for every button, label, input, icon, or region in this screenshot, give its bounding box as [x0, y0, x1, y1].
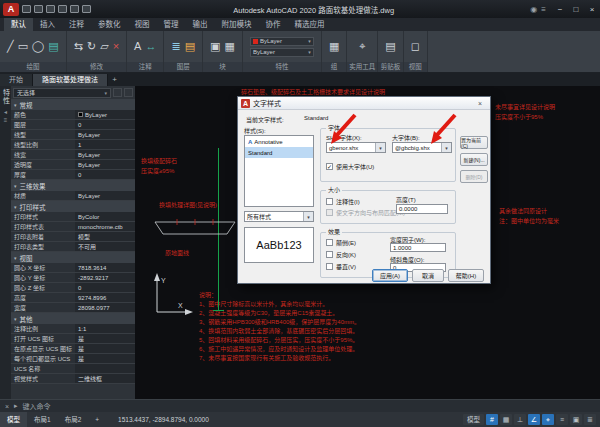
auto-hide-icon[interactable]: ◂ — [4, 108, 7, 115]
command-input-placeholder[interactable]: 键入命令 — [23, 401, 51, 411]
palette-row[interactable]: UCS 名称 — [11, 364, 135, 374]
style-list-item[interactable]: AAnnotative — [245, 136, 313, 147]
use-big-font-checkbox[interactable] — [326, 163, 333, 170]
palette-row[interactable]: 图层0 — [11, 120, 135, 130]
palette-section-header[interactable]: 常规 — [11, 99, 135, 110]
ribbon-panel-label[interactable]: 图层 — [164, 62, 202, 72]
palette-row[interactable]: 打印表附着模型 — [11, 232, 135, 242]
help-button[interactable]: 帮助(H) — [448, 269, 484, 282]
ribbon-tab[interactable]: 输出 — [186, 18, 215, 31]
customize-icon[interactable]: ≣ — [584, 414, 596, 425]
ribbon-panel-label[interactable]: 剪贴板 — [378, 62, 402, 72]
circle-icon[interactable]: ◯ — [32, 41, 44, 52]
lineweight-icon[interactable]: ≡ — [556, 414, 568, 425]
palette-row[interactable]: 颜色ByLayer — [11, 110, 135, 120]
print-icon[interactable] — [58, 5, 67, 13]
new-style-button[interactable]: 新建(N)... — [460, 153, 488, 166]
file-tab[interactable]: 路面软基处理做法 — [33, 74, 108, 86]
palette-section-header[interactable]: 视图 — [11, 252, 135, 263]
osnap-icon[interactable]: ⌖ — [542, 414, 554, 425]
layout-tab[interactable]: + — [88, 412, 106, 427]
new-file-icon[interactable] — [22, 5, 31, 13]
palette-row[interactable]: 每个视口都显示 UCS是 — [11, 354, 135, 364]
layout-tab[interactable]: 模型 — [0, 412, 27, 427]
upside-down-checkbox[interactable] — [326, 239, 333, 246]
create-block-icon[interactable]: ▦ — [224, 41, 234, 52]
big-font-dropdown[interactable]: @gbcbig.shx — [392, 142, 452, 153]
bylayer-dropdown[interactable]: ByLayer — [250, 37, 314, 46]
line-icon[interactable]: ╱ — [7, 41, 14, 52]
ortho-icon[interactable]: ⊥ — [514, 414, 526, 425]
model-space-indicator[interactable]: 模型 — [463, 414, 484, 425]
open-file-icon[interactable] — [34, 5, 43, 13]
autocad-logo[interactable]: A — [3, 3, 19, 16]
style-list[interactable]: AAnnotativeStandard — [244, 135, 314, 207]
group-icon[interactable]: ▦ — [329, 41, 339, 52]
ribbon-tab[interactable]: 管理 — [157, 18, 186, 31]
layer-state-icon[interactable]: ▤ — [185, 41, 195, 52]
view-icon[interactable]: ◻ — [411, 41, 420, 52]
dialog-titlebar[interactable]: A 文字样式 × — [238, 97, 490, 110]
palette-row[interactable]: 视觉样式二维线框 — [11, 374, 135, 384]
close-button[interactable]: × — [584, 0, 600, 18]
shx-font-dropdown[interactable]: gbenor.shx — [326, 142, 386, 153]
undo-icon[interactable] — [70, 5, 79, 13]
ribbon-tab[interactable]: 协作 — [259, 18, 288, 31]
command-line[interactable]: × ▸ 键入命令 — [0, 399, 600, 412]
apply-button[interactable]: 应用(A) — [372, 269, 408, 282]
snap-icon[interactable]: ▦ — [500, 414, 512, 425]
save-icon[interactable] — [46, 5, 55, 13]
erase-icon[interactable]: × — [113, 41, 119, 52]
hatch-icon[interactable]: ▤ — [48, 41, 58, 52]
move-icon[interactable]: ⇆ — [74, 41, 83, 52]
width-factor-input[interactable]: 1.0000 — [390, 243, 446, 252]
ribbon-panel-label[interactable]: 视图 — [404, 62, 427, 72]
stretch-icon[interactable]: ▱ — [100, 41, 108, 52]
palette-section-header[interactable]: 三维效果 — [11, 180, 135, 191]
palette-row[interactable]: 圆心 X 坐标7818.3614 — [11, 263, 135, 273]
ribbon-panel-label[interactable]: 实用工具 — [347, 62, 377, 72]
palette-row[interactable]: 宽度28098.0977 — [11, 303, 135, 313]
style-filter-dropdown[interactable]: 所有样式 — [244, 211, 314, 222]
palette-row[interactable]: 打开 UCS 图标是 — [11, 334, 135, 344]
ribbon-tab[interactable]: 附加模块 — [215, 18, 259, 31]
palette-row[interactable]: 注释比例1:1 — [11, 324, 135, 334]
height-input[interactable]: 0.0000 — [396, 204, 448, 214]
apps-menu-icon[interactable]: ≡ — [541, 5, 546, 14]
ribbon-tab[interactable]: 插入 — [33, 18, 62, 31]
drawing-canvas[interactable]: 碎石垫层、级配碎石及土工格栅技术要求详见设计说明未尽事宜详见设计说明压实度不小于… — [135, 86, 600, 399]
grid-icon[interactable]: # — [486, 414, 498, 425]
palette-row[interactable]: 圆心 Z 坐标0 — [11, 283, 135, 293]
ribbon-tab[interactable]: 视图 — [128, 18, 157, 31]
palette-row[interactable]: 高度9274.8996 — [11, 293, 135, 303]
ribbon-panel-label[interactable]: 绘图 — [0, 62, 66, 72]
selection-dropdown[interactable]: 无选择 — [13, 88, 111, 98]
palette-row[interactable]: 打印表类型不可用 — [11, 242, 135, 252]
cancel-button[interactable]: 取消 — [412, 269, 444, 282]
palette-row[interactable]: 厚度0 — [11, 170, 135, 180]
ribbon-panel-label[interactable]: 块 — [203, 62, 242, 72]
palette-row[interactable]: 打印样式ByColor — [11, 212, 135, 222]
signin-icon[interactable]: ◉ — [530, 5, 537, 14]
ribbon-tab[interactable]: 参数化 — [91, 18, 128, 31]
set-current-button[interactable]: 置为当前(C) — [460, 136, 488, 149]
ribbon-tab[interactable]: 精选应用 — [288, 18, 332, 31]
insert-block-icon[interactable]: ▣ — [210, 41, 220, 52]
paste-icon[interactable]: ▤ — [385, 41, 395, 52]
ribbon-tab[interactable]: 注释 — [62, 18, 91, 31]
maximize-button[interactable]: □ — [568, 0, 584, 18]
bylayer-dropdown[interactable]: ByLayer — [250, 48, 314, 57]
palette-settings-icon[interactable]: ≡ — [4, 117, 8, 123]
polyline-icon[interactable]: ▭ — [18, 41, 28, 52]
palette-row[interactable]: 线型比例1 — [11, 140, 135, 150]
workspace-icon[interactable]: ▣ — [570, 414, 582, 425]
palette-row[interactable]: 圆心 Y 坐标-2892.9217 — [11, 273, 135, 283]
palette-section-header[interactable]: 其他 — [11, 313, 135, 324]
ribbon-tab[interactable]: 默认 — [4, 18, 33, 31]
palette-row[interactable]: 打印样式表monochrome.ctb — [11, 222, 135, 232]
ribbon-panel-label[interactable]: 组 — [322, 62, 346, 72]
text-icon[interactable]: A — [134, 41, 141, 52]
ribbon-panel-label[interactable]: 特性 — [243, 62, 321, 72]
style-list-item[interactable]: Standard — [245, 147, 313, 158]
toggle-pickadd-button[interactable] — [113, 88, 122, 97]
